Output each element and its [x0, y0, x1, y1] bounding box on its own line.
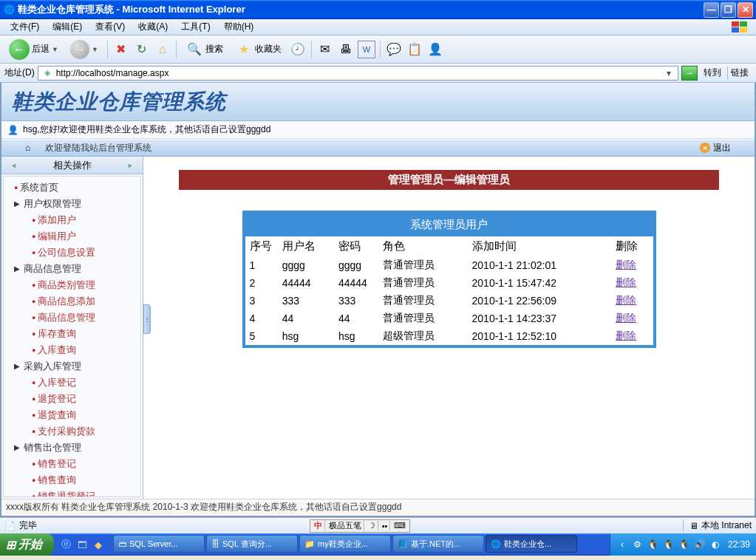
- svg-rect-3: [740, 27, 747, 33]
- minimize-button[interactable]: —: [704, 2, 719, 18]
- refresh-button[interactable]: ↻: [133, 41, 151, 58]
- tree-node[interactable]: ●支付采购货款: [4, 423, 140, 440]
- dropdown-icon: ▼: [92, 46, 98, 53]
- splitter-handle[interactable]: ⋮: [143, 304, 151, 334]
- ql-app-icon[interactable]: ◆: [91, 537, 106, 552]
- home-icon: ⌂: [25, 143, 30, 153]
- favorites-label: 收藏夹: [255, 43, 282, 55]
- tree-node[interactable]: ●添加用户: [4, 212, 140, 228]
- print-button[interactable]: 🖶: [337, 41, 355, 58]
- table-cell: 删除: [611, 310, 653, 327]
- bullet-icon: ●: [32, 295, 35, 308]
- tree-node[interactable]: ●库存查询: [4, 326, 140, 342]
- close-button[interactable]: ✕: [738, 2, 753, 18]
- clock[interactable]: 22:39: [728, 539, 750, 550]
- main-body: 相关操作 ●系统首页▶用户权限管理●添加用户●编辑用户●公司信息设置▶商品信息管…: [1, 157, 755, 499]
- tree-node[interactable]: ●销售退货登记: [4, 488, 140, 497]
- taskbar-task[interactable]: 📘基于.NET的...: [392, 535, 484, 553]
- menu-file[interactable]: 文件(F): [4, 19, 45, 35]
- bullet-icon: ●: [32, 376, 35, 389]
- separator: [176, 41, 177, 58]
- tree-node[interactable]: ▶采购入库管理: [4, 358, 140, 375]
- tree-node[interactable]: ▶用户权限管理: [4, 196, 140, 212]
- taskbar-task[interactable]: 🗄SQL 查询分...: [206, 535, 298, 553]
- window-titlebar: 🌐 鞋类企业仓库管理系统 - Microsoft Internet Explor…: [0, 0, 756, 19]
- tree-node[interactable]: ●商品信息添加: [4, 293, 140, 310]
- go-button[interactable]: →: [681, 66, 698, 81]
- tray-icon[interactable]: 🐧: [663, 539, 675, 550]
- menu-bar: 文件(F) 编辑(E) 查看(V) 收藏(A) 工具(T) 帮助(H): [0, 19, 756, 35]
- delete-link[interactable]: 删除: [616, 312, 636, 324]
- tree-node[interactable]: ●销售登记: [4, 456, 140, 472]
- tray-volume-icon[interactable]: 🔊: [694, 539, 706, 550]
- maximize-button[interactable]: ❐: [721, 2, 736, 18]
- tree-node[interactable]: ●退货查询: [4, 407, 140, 423]
- home-button[interactable]: ⌂: [154, 41, 171, 58]
- research-button[interactable]: 📋: [406, 41, 423, 58]
- column-header: 密码: [334, 236, 378, 256]
- tree-node[interactable]: ●退货登记: [4, 391, 140, 407]
- ql-ie-icon[interactable]: ⓔ: [58, 537, 73, 552]
- tree-label: 采购入库管理: [24, 360, 81, 373]
- dropdown-icon[interactable]: ▾: [663, 68, 675, 78]
- forward-button[interactable]: → ▼: [66, 38, 103, 61]
- stop-button[interactable]: ✖: [112, 41, 130, 58]
- tree-node[interactable]: ▶商品信息管理: [4, 261, 140, 277]
- menu-edit[interactable]: 编辑(E): [47, 19, 88, 35]
- taskbar-task[interactable]: 🗃SQL Server...: [113, 535, 205, 553]
- admin-table: 序号用户名密码角色添加时间删除 1gggggggg普通管理员2010-1-1 2…: [245, 236, 653, 345]
- history-button[interactable]: 🕗: [289, 41, 307, 58]
- delete-link[interactable]: 删除: [616, 294, 636, 306]
- menu-tools[interactable]: 工具(T): [175, 19, 216, 35]
- back-button[interactable]: ← 后退 ▼: [4, 38, 63, 61]
- tree-node[interactable]: ●编辑用户: [4, 228, 140, 245]
- tray-icon[interactable]: 🐧: [647, 539, 659, 550]
- tree-node[interactable]: ●系统首页: [4, 180, 140, 196]
- table-row: 44444普通管理员2010-1-1 14:23:37删除: [245, 310, 653, 327]
- table-cell: 2010-1-1 22:56:09: [468, 292, 612, 310]
- delete-link[interactable]: 删除: [616, 329, 636, 341]
- favorites-button[interactable]: ★ 收藏夹: [231, 39, 286, 60]
- url-input[interactable]: ◈ http://localhost/manage.aspx ▾: [38, 66, 678, 81]
- tree-label: 销售退货登记: [38, 490, 95, 497]
- ql-desktop-icon[interactable]: 🗔: [75, 537, 89, 552]
- taskbar-task[interactable]: 📁my鞋类企业...: [299, 535, 391, 553]
- svg-rect-1: [740, 21, 747, 27]
- tree-node[interactable]: ●入库登记: [4, 375, 140, 391]
- tray-icon[interactable]: 🐧: [678, 539, 690, 550]
- task-buttons: 🗃SQL Server...🗄SQL 查询分...📁my鞋类企业...📘基于.N…: [110, 535, 610, 554]
- edit-button[interactable]: W: [358, 41, 375, 58]
- column-header: 角色: [378, 236, 467, 256]
- tree-node[interactable]: ●商品信息管理: [4, 310, 140, 326]
- tree-label: 退货查询: [38, 409, 76, 422]
- delete-link[interactable]: 删除: [616, 259, 636, 270]
- tree-node[interactable]: ●销售查询: [4, 472, 140, 488]
- menu-help[interactable]: 帮助(H): [218, 19, 260, 35]
- delete-link[interactable]: 删除: [616, 276, 636, 288]
- messenger-button[interactable]: 👤: [426, 41, 444, 58]
- mail-button[interactable]: ✉: [316, 41, 334, 58]
- welcome-text: hsg,您好!欢迎使用鞋类企业仓库系统，其他话语自己设置gggdd: [23, 123, 270, 136]
- table-cell: 44: [334, 310, 378, 327]
- home-link[interactable]: ⌂: [25, 143, 30, 153]
- menu-favorites[interactable]: 收藏(A): [132, 19, 174, 35]
- ime-toolbar[interactable]: 中 极品五笔 ☽ •• ⌨: [310, 519, 411, 533]
- tree-node[interactable]: ●商品类别管理: [4, 277, 140, 293]
- discuss-button[interactable]: 💬: [385, 41, 403, 58]
- menu-view[interactable]: 查看(V): [89, 19, 131, 35]
- task-label: SQL Server...: [129, 539, 178, 548]
- tree-node[interactable]: ▶销售出仓管理: [4, 440, 140, 456]
- links-label[interactable]: 链接: [727, 66, 752, 79]
- tree-node[interactable]: ●入库查询: [4, 342, 140, 358]
- tray-icon[interactable]: ⚙: [632, 539, 644, 550]
- table-caption: 系统管理员用户: [245, 214, 653, 236]
- logout-button[interactable]: ✕ 退出: [700, 142, 731, 154]
- ime-punct-icon: ••: [380, 522, 391, 530]
- search-button[interactable]: 🔍 搜索: [181, 39, 228, 60]
- start-button[interactable]: ⊞ 开始: [0, 533, 54, 556]
- tray-arrow-icon[interactable]: ‹: [616, 539, 628, 550]
- taskbar-task[interactable]: 🌐鞋类企业仓...: [486, 535, 577, 553]
- tray-icon[interactable]: ◐: [709, 539, 721, 550]
- ie-icon: 🌐: [3, 4, 15, 16]
- tree-node[interactable]: ●公司信息设置: [4, 245, 140, 261]
